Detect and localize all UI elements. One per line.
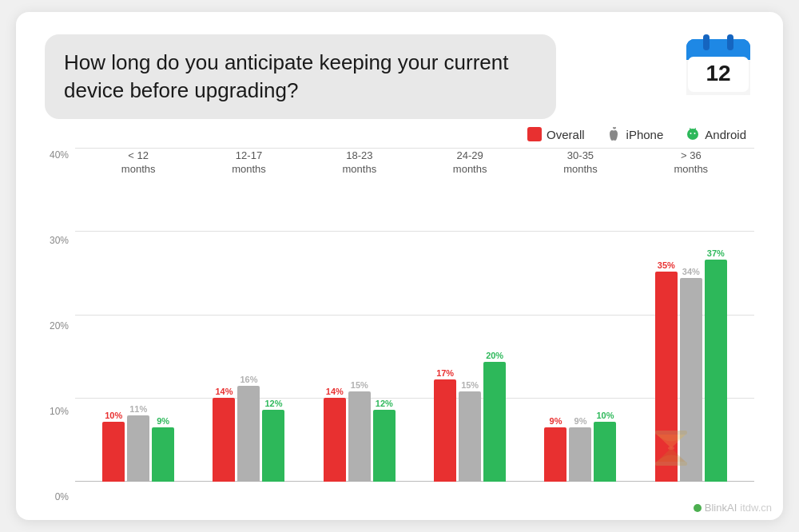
android-icon [686,127,700,141]
bar-label-0-0: 10% [105,411,122,420]
bar-wrap-4-1: 9% [569,416,591,482]
svg-rect-18 [689,134,690,137]
bar-label-2-2: 12% [376,399,393,408]
bar-group-1: 14%16%12% [193,375,304,482]
svg-rect-10 [727,34,733,50]
bar-label-2-0: 14% [326,387,344,396]
bars-row-1: 14%16%12% [193,375,304,482]
bar-label-5-0: 35% [658,260,675,270]
legend-overall: Overall [527,127,585,141]
bar-4-1 [569,427,591,482]
bar-label-4-1: 9% [574,416,587,426]
bar-group-5: 35%34%37% [636,248,746,482]
bar-label-4-2: 10% [596,411,614,420]
legend-label-overall: Overall [547,128,585,141]
bar-wrap-3-1: 15% [459,380,481,482]
bar-group-4: 9%9%10% [525,411,635,482]
bar-1-1 [237,386,260,482]
bar-wrap-5-0: 35% [655,260,678,482]
legend-iphone: iPhone [607,127,664,141]
bar-label-1-2: 12% [264,399,282,408]
watermark: BlinkAI itdw.cn [694,502,772,514]
bar-label-1-0: 14% [215,387,233,396]
chart-inner: 10%11%9%14%16%12%14%15%12%17%15%20%9%9%1… [75,148,754,504]
bars-row-0: 10%11%9% [83,404,193,482]
bar-wrap-0-0: 10% [102,411,125,482]
question-bubble: How long do you anticipate keeping your … [45,34,556,119]
bar-0-0 [102,422,125,482]
bar-label-3-0: 17% [436,368,454,378]
watermark-sub: itdw.cn [740,502,772,514]
y-label-20: 20% [45,320,75,332]
legend-row: Overall iPhone And [45,127,754,141]
bar-wrap-0-2: 9% [152,416,174,482]
bar-wrap-1-2: 12% [262,399,284,482]
bar-5-1 [680,278,702,482]
chart-area: 0% 10% 20% 30% 40% 10%11%9%14% [45,148,754,504]
bar-group-2: 14%15%12% [304,380,415,482]
bars-row-3: 17%15%20% [415,351,525,482]
bar-2-1 [348,391,371,482]
calendar-icon: 12 [682,30,754,101]
bar-wrap-3-2: 20% [483,351,506,482]
bar-wrap-1-0: 14% [213,387,235,482]
bar-wrap-5-1: 34% [680,267,702,482]
bar-3-0 [434,379,456,482]
question-text: How long do you anticipate keeping your … [64,50,508,102]
bar-wrap-2-1: 15% [348,380,371,482]
bar-label-3-1: 15% [461,380,479,390]
bar-wrap-5-2: 37% [705,248,727,482]
y-label-10: 10% [45,406,75,417]
bar-label-5-2: 37% [707,248,725,258]
bar-3-2 [483,362,506,482]
bar-2-2 [373,410,396,482]
bar-0-2 [152,427,174,482]
bars-row-4: 9%9%10% [525,411,635,482]
svg-rect-17 [690,134,696,138]
bar-label-3-2: 20% [486,351,503,360]
bar-label-0-2: 9% [157,416,169,426]
bars-container: 10%11%9%14%16%12%14%15%12%17%15%20%9%9%1… [75,148,754,482]
legend-android: Android [686,127,746,141]
bar-group-0: 10%11%9% [83,404,193,482]
grid-and-bars: 0% 10% 20% 30% 40% 10%11%9%14% [45,148,754,504]
bar-group-3: 17%15%20% [415,351,525,482]
bar-0-1 [127,415,149,482]
y-label-40: 40% [45,149,75,161]
svg-rect-19 [696,134,698,137]
bar-wrap-2-2: 12% [373,399,396,482]
bars-row-2: 14%15%12% [304,380,415,482]
bar-1-0 [213,398,235,482]
bar-label-0-1: 11% [129,404,147,414]
bar-label-4-0: 9% [550,416,562,426]
header-row: How long do you anticipate keeping your … [45,34,754,119]
bar-4-2 [594,422,616,482]
svg-text:12: 12 [706,61,730,85]
bar-5-0 [655,272,678,482]
watermark-text: BlinkAI [705,502,737,514]
bar-label-5-1: 34% [682,267,700,276]
bar-2-0 [324,398,346,482]
bar-3-1 [459,391,481,482]
legend-swatch-overall [527,127,542,141]
bar-5-2 [705,260,727,482]
bar-wrap-0-1: 11% [127,404,149,482]
svg-point-14 [694,133,696,134]
y-label-30: 30% [45,235,75,246]
watermark-dot [694,504,702,512]
apple-icon [607,127,622,141]
bars-row-5: 35%34%37% [636,248,746,482]
main-card: How long do you anticipate keeping your … [16,12,783,520]
bar-wrap-2-0: 14% [324,387,346,482]
bar-wrap-4-2: 10% [594,411,616,482]
legend-label-iphone: iPhone [626,128,664,141]
bar-label-2-1: 15% [351,380,368,390]
y-label-0: 0% [45,491,75,502]
y-axis: 0% 10% 20% 30% 40% [45,148,75,504]
legend-label-android: Android [705,128,746,141]
bar-wrap-4-0: 9% [544,416,566,482]
bar-wrap-1-1: 16% [237,375,260,482]
bar-label-1-1: 16% [240,375,257,384]
bar-1-2 [262,410,284,482]
bar-wrap-3-0: 17% [434,368,456,482]
